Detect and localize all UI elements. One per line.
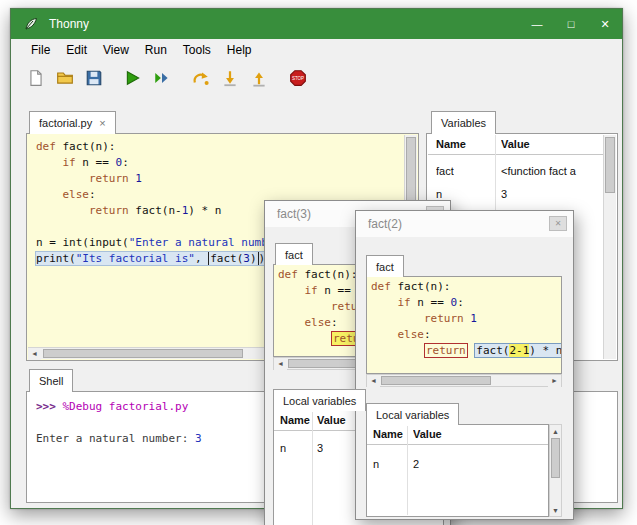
open-file-icon (56, 69, 74, 87)
frame-window-fact2: fact(2) ✕ fact def fact(n): if n == 0: r… (355, 210, 574, 520)
fact3-local-variables-label: Local variables (283, 395, 356, 407)
fact2-title: fact(2) (368, 217, 402, 231)
window-title: Thonny (49, 17, 89, 31)
fact2-tab-local-variables[interactable]: Local variables (366, 403, 459, 425)
fact2-local-variables-table: Name Value n 2 (366, 424, 549, 517)
fact2-col-value: Value (413, 428, 442, 440)
scroll-left-icon[interactable]: ◄ (274, 358, 287, 370)
fact2-close-icon: ✕ (555, 219, 562, 228)
fact3-title: fact(3) (277, 207, 311, 221)
open-file-button[interactable] (52, 65, 78, 91)
debug-icon (153, 69, 171, 87)
menu-file[interactable]: File (23, 40, 58, 60)
fact3-tab-label: fact (285, 249, 303, 261)
variable-name: fact (436, 165, 454, 177)
fact2-local-variables-label: Local variables (376, 409, 449, 421)
minimize-icon: — (532, 18, 543, 30)
editor-hscroll-thumb[interactable] (43, 349, 243, 358)
scroll-down-icon[interactable]: ▼ (550, 504, 561, 516)
step-over-button[interactable] (188, 65, 214, 91)
variables-row-n[interactable]: n 3 (428, 184, 603, 206)
screen: Thonny — □ ✕ File Edit View Run Tools He… (0, 0, 637, 525)
step-into-icon (221, 69, 239, 87)
close-icon: ✕ (600, 18, 609, 31)
menu-tools[interactable]: Tools (175, 40, 219, 60)
save-icon (85, 69, 103, 87)
menu-run[interactable]: Run (137, 40, 175, 60)
fact2-table-header: Name Value (367, 425, 548, 445)
tab-close-icon[interactable]: × (99, 117, 105, 129)
thonny-logo-icon (23, 16, 39, 32)
fact2-hscroll-track[interactable] (380, 375, 548, 386)
scroll-left-icon[interactable]: ◄ (28, 348, 41, 360)
scroll-left-icon[interactable]: ◄ (367, 375, 380, 387)
variable-value: <function fact a (501, 165, 601, 177)
scroll-up-icon[interactable]: ▲ (550, 425, 561, 437)
tab-variables[interactable]: Variables (431, 111, 496, 134)
titlebar[interactable]: Thonny — □ ✕ (11, 9, 622, 39)
variables-col-name: Name (436, 138, 466, 150)
step-into-button[interactable] (217, 65, 243, 91)
fact2-titlebar[interactable]: fact(2) ✕ (356, 211, 573, 237)
fact3-col-name: Name (280, 414, 310, 426)
variable-value: 3 (501, 188, 601, 200)
fact2-hscroll-thumb[interactable] (381, 376, 491, 385)
variable-name: n (373, 458, 379, 470)
scroll-right-icon[interactable]: ► (548, 375, 561, 387)
variable-name: n (280, 442, 286, 454)
shell-tab-label: Shell (39, 375, 63, 387)
fact2-vscroll-thumb[interactable] (551, 438, 560, 478)
variables-col-value: Value (501, 138, 530, 150)
tab-factorial-py[interactable]: factorial.py × (29, 111, 116, 134)
variables-vscroll-thumb[interactable] (605, 137, 615, 193)
window-controls: — □ ✕ (520, 9, 622, 39)
maximize-button[interactable]: □ (554, 9, 588, 39)
fact2-tab-label: fact (376, 261, 394, 273)
fact3-column-divider (312, 412, 313, 525)
variable-value: 2 (413, 458, 419, 470)
fact2-table-vertical-scrollbar[interactable]: ▲ ▼ (549, 424, 562, 517)
fact2-code-view[interactable]: def fact(n): if n == 0: return 1 else: r… (366, 276, 562, 374)
step-over-icon (192, 69, 210, 87)
fact3-tab-fact[interactable]: fact (275, 243, 313, 265)
stop-button[interactable]: STOP (285, 65, 311, 91)
run-icon (124, 69, 142, 87)
variable-name: n (436, 188, 442, 200)
toolbar: STOP (11, 61, 622, 95)
menu-edit[interactable]: Edit (58, 40, 95, 60)
save-button[interactable] (81, 65, 107, 91)
fact2-col-name: Name (373, 428, 403, 440)
maximize-icon: □ (568, 18, 575, 30)
tab-shell[interactable]: Shell (29, 369, 73, 392)
editor-tab-label: factorial.py (39, 117, 92, 129)
close-button[interactable]: ✕ (588, 9, 622, 39)
menu-view[interactable]: View (95, 40, 137, 60)
menubar: File Edit View Run Tools Help (11, 39, 622, 61)
variable-value: 3 (317, 442, 323, 454)
menu-help[interactable]: Help (219, 40, 260, 60)
fact3-tab-local-variables[interactable]: Local variables (273, 389, 366, 411)
fact2-close-button[interactable]: ✕ (549, 216, 567, 231)
step-out-button[interactable] (246, 65, 272, 91)
variables-tab-label: Variables (441, 117, 486, 129)
minimize-button[interactable]: — (520, 9, 554, 39)
variables-row-fact[interactable]: fact <function fact a (428, 161, 603, 183)
fact2-column-divider (407, 426, 408, 515)
step-out-icon (250, 69, 268, 87)
variables-vertical-scrollbar[interactable] (603, 135, 616, 359)
stop-icon: STOP (289, 69, 307, 87)
stop-icon-label: STOP (292, 76, 304, 81)
debug-button[interactable] (149, 65, 175, 91)
variables-table-header: Name Value (428, 135, 603, 155)
fact3-col-value: Value (317, 414, 346, 426)
fact2-horizontal-scrollbar[interactable]: ◄ ► (366, 374, 562, 387)
new-file-button[interactable] (23, 65, 49, 91)
run-button[interactable] (120, 65, 146, 91)
fact2-tab-fact[interactable]: fact (366, 255, 404, 277)
new-file-icon (27, 69, 45, 87)
